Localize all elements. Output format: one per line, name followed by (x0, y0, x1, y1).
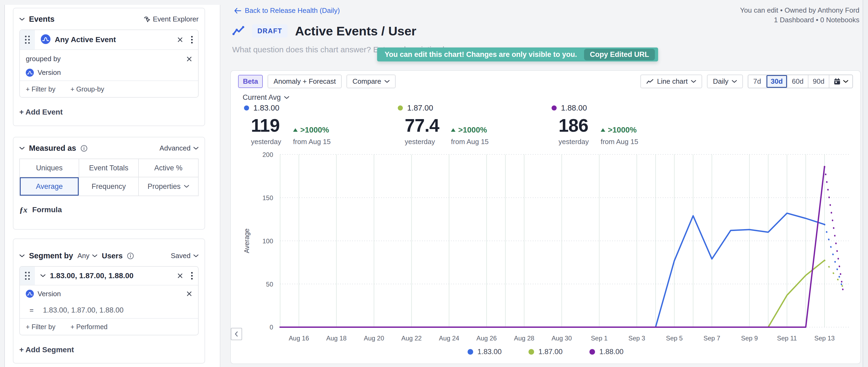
events-title: Events (29, 15, 55, 24)
back-arrow-icon (234, 7, 242, 14)
filter-by-button[interactable]: + Filter by (26, 323, 55, 331)
permissions-text: You can edit • Owned by Anthony Ford (740, 5, 860, 15)
legend-item[interactable]: 1.83.00 (468, 348, 502, 356)
event-explorer-button[interactable]: Event Explorer (143, 15, 198, 23)
event-options-icon[interactable] (191, 35, 193, 44)
drag-dots-icon (24, 35, 30, 44)
add-event-button[interactable]: + Add Event (19, 108, 198, 116)
grouped-by-row: grouped by Version (20, 49, 198, 80)
segment-options-icon[interactable] (191, 271, 193, 280)
measure-event-totals[interactable]: Event Totals (79, 159, 138, 177)
users-label: Users (102, 252, 123, 260)
formula-button[interactable]: ƒx Formula (19, 205, 198, 214)
main-content: Back to Release Health (Daily) You can e… (221, 0, 868, 367)
collapse-sidebar-button[interactable] (231, 328, 242, 340)
segment-property-row: Version (20, 285, 198, 302)
svg-text:Aug 16: Aug 16 (289, 335, 309, 342)
segment-values-row: = 1.83.00, 1.87.00, 1.88.00 (20, 302, 198, 318)
measure-properties[interactable]: Properties (139, 177, 198, 196)
line-chart-plot: 050100150200Aug 16Aug 18Aug 20Aug 22Aug … (231, 71, 860, 364)
query-sidebar: Events Event Explorer (4, 5, 220, 367)
legend-item[interactable]: 1.88.00 (589, 348, 623, 356)
amplitude-property-icon (26, 290, 34, 298)
remove-groupby-icon[interactable] (186, 56, 193, 63)
tap-cursor-icon (143, 15, 150, 23)
svg-text:Aug 26: Aug 26 (476, 335, 497, 342)
svg-text:Sep 9: Sep 9 (741, 335, 758, 342)
measure-uniques[interactable]: Uniques (20, 159, 79, 177)
chevron-down-icon (92, 254, 97, 258)
svg-text:200: 200 (262, 151, 273, 158)
saved-dropdown[interactable]: Saved (171, 252, 198, 260)
legend-dot (589, 349, 595, 355)
info-icon (127, 253, 134, 259)
match-any-dropdown[interactable]: Any (77, 252, 97, 260)
group-by-button[interactable]: + Group-by (70, 85, 104, 93)
measurement-options: Uniques Event Totals Active % Average Fr… (19, 159, 198, 196)
remove-segment-icon[interactable] (177, 272, 184, 279)
info-icon (81, 145, 88, 152)
measured-as-title: Measured as (29, 144, 76, 153)
measure-average[interactable]: Average (20, 177, 79, 196)
chevron-down-icon (184, 185, 189, 188)
chevron-down-icon (193, 147, 198, 150)
legend-dot (528, 349, 534, 355)
remove-event-icon[interactable] (177, 36, 184, 43)
legend-label: 1.83.00 (477, 348, 502, 356)
title-row: DRAFT Active Events / User (232, 24, 416, 38)
usage-counts: 1 Dashboard • 0 Notebooks (740, 15, 860, 25)
amplitude-property-icon (26, 69, 34, 77)
svg-text:100: 100 (262, 237, 273, 245)
svg-text:Aug 30: Aug 30 (552, 335, 572, 342)
measure-properties-label: Properties (148, 182, 181, 191)
segment-row[interactable]: 1.83.00, 1.87.00, 1.88.00 (20, 267, 198, 285)
performed-button[interactable]: + Performed (70, 323, 107, 331)
formula-label: Formula (32, 205, 62, 214)
svg-text:Sep 11: Sep 11 (777, 335, 797, 342)
legend-item[interactable]: 1.87.00 (528, 348, 563, 356)
event-name[interactable]: Any Active Event (55, 35, 116, 44)
groupby-property[interactable]: Version (38, 68, 61, 77)
chart-card: Beta Anomaly + Forecast Compare Line cha… (230, 70, 861, 364)
advanced-dropdown[interactable]: Advanced (159, 144, 198, 153)
draft-badge: DRAFT (252, 25, 287, 38)
segment-property[interactable]: Version (38, 290, 61, 298)
measure-active-pct[interactable]: Active % (139, 159, 198, 177)
drag-handle[interactable] (20, 30, 35, 49)
segment-actions-row: + Filter by + Performed (20, 318, 198, 335)
page-scrollbar[interactable] (863, 0, 868, 367)
chart-title[interactable]: Active Events / User (295, 24, 416, 38)
svg-text:150: 150 (262, 194, 273, 201)
svg-text:Sep 3: Sep 3 (628, 335, 645, 342)
svg-text:0: 0 (270, 324, 273, 331)
collapse-measured-icon[interactable] (19, 147, 25, 150)
svg-text:Aug 28: Aug 28 (514, 335, 534, 342)
drag-handle[interactable] (20, 267, 35, 285)
chart-meta: You can edit • Owned by Anthony Ford 1 D… (740, 5, 860, 25)
back-link[interactable]: Back to Release Health (Daily) (234, 6, 340, 15)
event-block: Any Active Event grouped by Ver (19, 30, 198, 98)
remove-property-icon[interactable] (186, 290, 193, 297)
segment-name[interactable]: 1.83.00, 1.87.00, 1.88.00 (50, 271, 133, 280)
edit-notice-banner: You can edit this chart! Changes are onl… (377, 47, 658, 61)
segment-by-title: Segment by (29, 252, 73, 260)
collapse-events-icon[interactable] (19, 18, 25, 21)
svg-text:Sep 5: Sep 5 (666, 335, 683, 342)
event-explorer-label: Event Explorer (153, 15, 198, 23)
amplitude-chart-editor: Events Event Explorer (0, 0, 868, 367)
copy-edited-url-button[interactable]: Copy Edited URL (584, 49, 655, 60)
operator-label[interactable]: = (30, 306, 43, 314)
filter-by-button[interactable]: + Filter by (26, 85, 55, 93)
svg-text:Average: Average (243, 229, 250, 253)
svg-text:Sep 7: Sep 7 (704, 335, 720, 342)
event-row[interactable]: Any Active Event (20, 30, 198, 49)
segment-block: 1.83.00, 1.87.00, 1.88.00 Version = 1.83… (19, 266, 198, 335)
segment-by-panel: Segment by Any Users Saved (13, 238, 205, 364)
back-label: Back to Release Health (Daily) (245, 6, 340, 15)
measure-frequency[interactable]: Frequency (79, 177, 138, 196)
expand-segment-icon[interactable] (40, 274, 45, 277)
add-segment-button[interactable]: + Add Segment (19, 345, 198, 354)
collapse-segment-icon[interactable] (19, 254, 25, 258)
svg-text:Aug 24: Aug 24 (439, 335, 459, 342)
property-values[interactable]: 1.83.00, 1.87.00, 1.88.00 (43, 306, 123, 314)
